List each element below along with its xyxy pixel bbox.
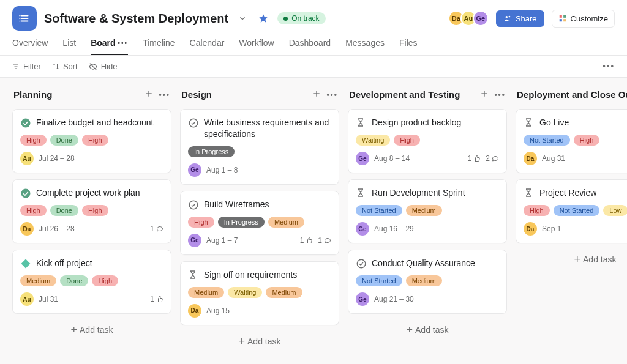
- assignee-avatar[interactable]: Da: [524, 152, 537, 165]
- add-task-button[interactable]: + Add task: [348, 320, 507, 340]
- task-card[interactable]: Build WireframesHighIn ProgressMediumGeA…: [180, 191, 339, 255]
- task-card[interactable]: Finalize budget and headcountHighDoneHig…: [12, 109, 171, 173]
- tag[interactable]: Medium: [406, 275, 442, 286]
- assignee-avatar[interactable]: Ge: [188, 163, 201, 177]
- column-more-icon[interactable]: •••: [326, 91, 338, 99]
- tag[interactable]: High: [188, 217, 214, 228]
- tag[interactable]: High: [82, 135, 108, 146]
- tag[interactable]: Not Started: [554, 205, 600, 216]
- column-title[interactable]: Development and Testing: [349, 89, 460, 100]
- filter-button[interactable]: Filter: [12, 62, 41, 71]
- comments-count[interactable]: 1: [150, 225, 163, 233]
- share-button[interactable]: Share: [496, 10, 544, 27]
- tab-overview[interactable]: Overview: [12, 38, 48, 55]
- add-task-button[interactable]: + Add task: [516, 250, 627, 269]
- assignee-avatar[interactable]: Ge: [188, 234, 201, 247]
- assignee-avatar[interactable]: Da: [20, 222, 34, 236]
- assignee-avatar[interactable]: Ge: [356, 222, 369, 236]
- column-title[interactable]: Planning: [13, 89, 52, 100]
- add-task-button[interactable]: + Add task: [180, 332, 339, 351]
- tag[interactable]: High: [20, 205, 47, 216]
- task-status-icon[interactable]: [524, 188, 535, 199]
- task-status-icon[interactable]: [188, 117, 199, 128]
- tag[interactable]: Waiting: [356, 135, 390, 146]
- tag[interactable]: Low: [603, 205, 627, 216]
- tag[interactable]: Done: [50, 205, 78, 216]
- tag[interactable]: Not Started: [356, 205, 402, 216]
- tag[interactable]: High: [82, 205, 108, 216]
- tab-timeline[interactable]: Timeline: [143, 38, 175, 55]
- sort-button[interactable]: Sort: [52, 62, 78, 71]
- assignee-avatar[interactable]: Da: [188, 304, 201, 318]
- tag[interactable]: Waiting: [228, 287, 262, 298]
- tag[interactable]: Done: [50, 135, 78, 146]
- chevron-down-icon[interactable]: [236, 12, 249, 25]
- project-icon[interactable]: [12, 6, 37, 31]
- comments-count[interactable]: 1: [318, 236, 331, 245]
- add-card-icon[interactable]: [479, 89, 489, 100]
- tag[interactable]: Medium: [188, 287, 224, 298]
- task-status-icon[interactable]: [20, 188, 31, 199]
- column-title[interactable]: Deployment and Close Out: [517, 89, 627, 100]
- task-status-icon[interactable]: [356, 188, 367, 199]
- task-card[interactable]: Project ReviewHighNot StartedLowDaSep 1: [516, 179, 627, 243]
- likes-count[interactable]: 1: [468, 154, 481, 163]
- tag[interactable]: Done: [60, 275, 88, 286]
- tab-list[interactable]: List: [62, 38, 76, 55]
- task-status-icon[interactable]: [356, 117, 367, 128]
- tag[interactable]: Medium: [20, 275, 56, 286]
- assignee-avatar[interactable]: Ge: [356, 152, 369, 165]
- tab-dashboard[interactable]: Dashboard: [289, 38, 331, 55]
- tag[interactable]: Medium: [266, 287, 302, 298]
- tag[interactable]: High: [20, 135, 47, 146]
- assignee-avatar[interactable]: Da: [524, 222, 537, 236]
- status-badge[interactable]: On track: [277, 12, 325, 24]
- tab-calendar[interactable]: Calendar: [190, 38, 225, 55]
- likes-count[interactable]: 1: [150, 295, 163, 303]
- project-title[interactable]: Software & System Deployment: [44, 12, 228, 26]
- task-status-icon[interactable]: [524, 117, 535, 128]
- task-card[interactable]: Complete project work planHighDoneHighDa…: [12, 179, 171, 243]
- task-card[interactable]: Write business requirements and specific…: [180, 109, 339, 185]
- task-card[interactable]: Sign off on requirementsMediumWaitingMed…: [180, 261, 339, 325]
- tag[interactable]: In Progress: [218, 217, 265, 228]
- avatar-ge[interactable]: Ge: [473, 10, 489, 26]
- tab-messages[interactable]: Messages: [345, 38, 385, 55]
- customize-button[interactable]: Customize: [552, 10, 615, 28]
- tag[interactable]: Not Started: [524, 135, 570, 146]
- tag[interactable]: Medium: [268, 217, 304, 228]
- tab-workflow[interactable]: Workflow: [239, 38, 274, 55]
- task-card[interactable]: Conduct Quality AssuranceNot StartedMedi…: [348, 250, 507, 314]
- task-card[interactable]: Design product backlogWaitingHighGeAug 8…: [348, 109, 507, 173]
- tag[interactable]: In Progress: [188, 146, 235, 157]
- task-status-icon[interactable]: [188, 270, 199, 281]
- tag[interactable]: High: [574, 135, 600, 146]
- column-more-icon[interactable]: •••: [159, 91, 170, 99]
- add-task-button[interactable]: + Add task: [12, 320, 171, 340]
- tag[interactable]: Medium: [406, 205, 442, 216]
- task-status-icon[interactable]: [20, 258, 31, 269]
- task-card[interactable]: Kick off projectMediumDoneHighAuJul 311: [12, 250, 171, 314]
- tag[interactable]: High: [524, 205, 550, 216]
- tag[interactable]: High: [92, 275, 118, 286]
- column-title[interactable]: Design: [181, 89, 212, 100]
- tab-files[interactable]: Files: [399, 38, 418, 55]
- assignee-avatar[interactable]: Au: [20, 292, 34, 306]
- task-status-icon[interactable]: [20, 117, 31, 128]
- member-avatars[interactable]: DaAuGe: [452, 10, 489, 26]
- task-card[interactable]: Go LiveNot StartedHighDaAug 31: [516, 109, 627, 173]
- star-icon[interactable]: [257, 12, 270, 25]
- tag[interactable]: High: [394, 135, 420, 146]
- likes-count[interactable]: 1: [300, 236, 314, 245]
- more-icon[interactable]: •••: [603, 62, 615, 71]
- column-more-icon[interactable]: •••: [494, 91, 506, 99]
- tab-board[interactable]: Board •••: [91, 38, 128, 55]
- assignee-avatar[interactable]: Au: [20, 152, 34, 165]
- hide-button[interactable]: Hide: [89, 62, 118, 71]
- assignee-avatar[interactable]: Ge: [356, 292, 369, 306]
- task-status-icon[interactable]: [188, 199, 199, 210]
- comments-count[interactable]: 2: [486, 154, 499, 163]
- add-card-icon[interactable]: [312, 89, 321, 100]
- tag[interactable]: Not Started: [356, 275, 402, 286]
- add-card-icon[interactable]: [144, 89, 154, 100]
